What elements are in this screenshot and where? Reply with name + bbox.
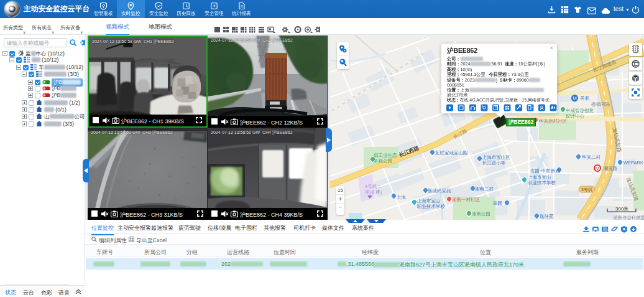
svg-text:300米: 300米 xyxy=(615,206,628,212)
svg-text:3号线: 3号线 xyxy=(581,187,592,192)
svg-text:3号线二: 3号线二 xyxy=(365,184,382,189)
svg-text:期(在建): 期(在建) xyxy=(365,189,382,195)
